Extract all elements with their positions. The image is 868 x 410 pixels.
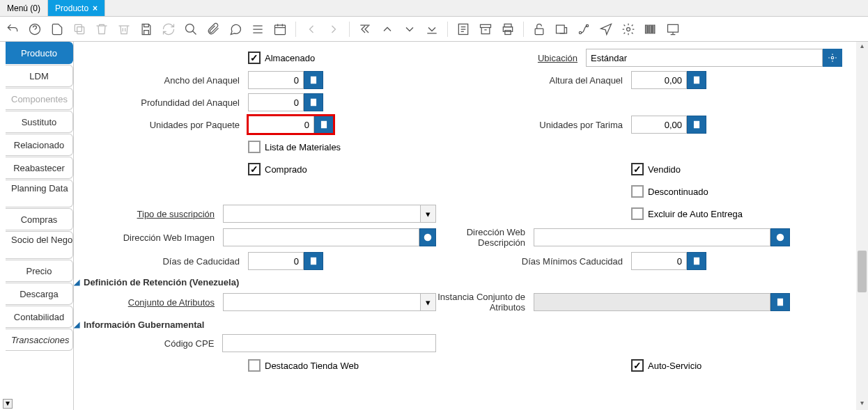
prof-calc-button[interactable]: [304, 93, 323, 111]
next-icon[interactable]: [327, 22, 341, 36]
descont-checkbox[interactable]: [631, 185, 644, 198]
send-icon[interactable]: [599, 22, 613, 36]
utar-calc-button[interactable]: [687, 116, 706, 134]
dmcad-input[interactable]: [631, 252, 687, 270]
sidebar-item-compras[interactable]: Compras: [6, 208, 73, 230]
calendar-icon[interactable]: [273, 22, 287, 36]
ica-button[interactable]: [770, 293, 790, 311]
delete-icon[interactable]: [95, 22, 109, 36]
lmat-checkbox[interactable]: [248, 141, 261, 153]
list-icon[interactable]: [251, 22, 265, 36]
copy-icon[interactable]: [72, 22, 86, 36]
help-icon[interactable]: [28, 22, 42, 36]
sidebar-item-componentes[interactable]: Componentes: [6, 88, 73, 110]
excl-checkbox[interactable]: [631, 207, 644, 220]
dwi-web-button[interactable]: [419, 228, 436, 246]
dmcad-calc-button[interactable]: [687, 252, 706, 270]
gear-icon[interactable]: [621, 22, 635, 36]
scroll-thumb[interactable]: [858, 251, 867, 292]
dcad-input[interactable]: [248, 252, 304, 270]
utar-input[interactable]: [631, 116, 687, 134]
comprado-checkbox[interactable]: [248, 163, 261, 175]
print-icon[interactable]: [501, 22, 515, 36]
almacenado-checkbox[interactable]: [248, 52, 261, 64]
upaq-input[interactable]: [248, 116, 314, 134]
svg-rect-11: [557, 25, 565, 33]
dtw-checkbox[interactable]: [248, 359, 261, 372]
altura-calc-button[interactable]: [687, 71, 706, 89]
altura-input[interactable]: [631, 71, 687, 89]
dcad-calc-button[interactable]: [304, 252, 323, 270]
refresh-icon[interactable]: [162, 22, 176, 36]
tab-menu[interactable]: Menú (0): [0, 0, 48, 16]
tsus-dropdown[interactable]: ▾: [223, 205, 436, 223]
svg-rect-19: [653, 25, 655, 33]
sidebar-item-relacionado[interactable]: Relacionado: [6, 134, 73, 156]
catr-label[interactable]: Conjunto de Atributos: [74, 297, 223, 308]
barcode-icon[interactable]: [644, 22, 658, 36]
ccpe-input[interactable]: [222, 334, 436, 352]
ubicacion-input[interactable]: [586, 49, 823, 67]
sidebar-item-sustituto[interactable]: Sustituto: [6, 111, 73, 133]
last-icon[interactable]: [425, 22, 439, 36]
scroll-down-icon[interactable]: ▾: [856, 399, 868, 410]
down-icon[interactable]: [403, 22, 417, 36]
prev-icon[interactable]: [304, 22, 318, 36]
sidebar-item-transacciones[interactable]: Transacciones: [6, 329, 73, 351]
dwd-input[interactable]: [534, 228, 770, 246]
workflow-icon[interactable]: [577, 22, 591, 36]
zoom-icon[interactable]: [555, 22, 568, 36]
chevron-down-icon[interactable]: ▾: [420, 205, 435, 222]
screen-icon[interactable]: [666, 22, 680, 36]
collapse-icon: ◢: [74, 320, 79, 329]
sidebar-item-contabilidad[interactable]: Contabilidad: [6, 306, 73, 328]
ubicacion-label[interactable]: Ubicación: [391, 53, 586, 63]
report-icon[interactable]: [456, 22, 470, 36]
close-icon[interactable]: ×: [93, 3, 98, 13]
catr-dropdown[interactable]: ▾: [223, 293, 436, 311]
section-gubernamental[interactable]: ◢Información Gubernamental: [74, 320, 842, 330]
dwi-input[interactable]: [223, 228, 419, 246]
tab-producto[interactable]: Producto×: [48, 0, 105, 16]
sidebar-item-descarga[interactable]: Descarga: [6, 283, 73, 305]
new-icon[interactable]: [50, 22, 64, 36]
lock-icon[interactable]: [532, 22, 546, 36]
ccpe-label: Código CPE: [74, 338, 222, 349]
vendido-checkbox[interactable]: [631, 163, 644, 175]
locate-button[interactable]: [823, 49, 842, 67]
ancho-calc-button[interactable]: [304, 71, 323, 89]
chevron-down-icon[interactable]: ▾: [420, 294, 435, 310]
search-icon[interactable]: [184, 22, 198, 36]
archive-icon[interactable]: [479, 22, 493, 36]
sidebar-item-precio[interactable]: Precio: [6, 260, 73, 282]
first-icon[interactable]: [358, 22, 372, 36]
toolbar: [0, 17, 868, 42]
save-icon[interactable]: [139, 22, 153, 36]
upaq-calc-button[interactable]: [314, 116, 334, 134]
up-icon[interactable]: [380, 22, 394, 36]
upaq-highlighted: [248, 116, 334, 134]
ancho-input[interactable]: [248, 71, 304, 89]
scrollbar[interactable]: ▴ ▾: [856, 42, 868, 410]
autos-checkbox[interactable]: [631, 359, 644, 372]
vendido-label: Vendido: [648, 164, 681, 175]
scroll-up-icon[interactable]: ▴: [856, 42, 868, 53]
undo-icon[interactable]: [6, 22, 20, 36]
delete2-icon[interactable]: [117, 22, 131, 36]
sidebar-item-planning[interactable]: Planning Data: [6, 180, 73, 207]
attachment-icon[interactable]: [206, 22, 220, 36]
sidebar-item-socio[interactable]: Socio del Negocio: [6, 231, 73, 259]
sidebar-scroll-down[interactable]: ▾: [3, 399, 13, 409]
svg-point-28: [777, 234, 784, 242]
sidebar-item-reabastecer[interactable]: Reabastecer: [6, 157, 73, 179]
chat-icon[interactable]: [228, 22, 242, 36]
section-retencion[interactable]: ◢Definición de Retención (Venezuela): [74, 277, 842, 287]
svg-rect-20: [668, 24, 679, 32]
sidebar-item-ldm[interactable]: LDM: [6, 65, 73, 87]
dwd-web-button[interactable]: [770, 228, 790, 246]
svg-rect-4: [275, 25, 286, 34]
prof-input[interactable]: [248, 93, 304, 111]
tsus-label[interactable]: Tipo de suscripción: [74, 209, 223, 219]
form: Almacenado Ubicación Ancho del Anaquel A…: [74, 42, 856, 374]
sidebar-item-producto[interactable]: Producto: [6, 42, 73, 64]
